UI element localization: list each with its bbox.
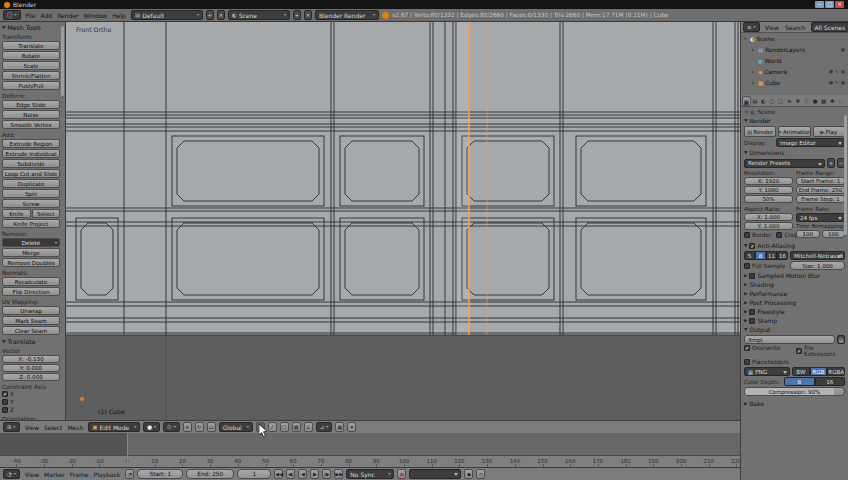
menu-outliner-view[interactable]: View bbox=[763, 24, 781, 31]
expander-icon[interactable]: ▸ bbox=[752, 69, 756, 74]
scene-selector[interactable]: ◐ Scene ▾ bbox=[228, 10, 290, 20]
bake-panel-header[interactable]: ▶ Bake bbox=[744, 400, 845, 407]
output-path-field[interactable]: /tmp\ bbox=[744, 335, 835, 344]
translate-panel-header[interactable]: ▼ Translate bbox=[2, 338, 60, 345]
anti-aliasing-panel-header[interactable]: ▼ ✓ Anti-Aliasing bbox=[744, 242, 845, 249]
tool-button-edge-slide[interactable]: Edge Slide bbox=[2, 100, 60, 109]
color-depth-16-button[interactable]: 16 bbox=[815, 377, 846, 386]
end-frame-field[interactable]: End: 250 bbox=[186, 469, 234, 479]
overwrite-checkbox[interactable]: ✓ bbox=[744, 345, 750, 351]
outliner-item-scene[interactable]: ▾◐Scene bbox=[741, 33, 848, 44]
tool-button-remove-doubles[interactable]: Remove Doubles bbox=[2, 258, 60, 267]
tool-button-merge[interactable]: Merge bbox=[2, 248, 60, 257]
aa-size-slider[interactable]: Size: 1.000 bbox=[790, 261, 845, 270]
properties-tab-modifiers[interactable]: ✚ bbox=[794, 96, 803, 106]
menu-info-file[interactable]: File bbox=[24, 12, 38, 19]
outliner-display-mode-selector[interactable]: All Scenes bbox=[811, 22, 848, 32]
snap-element-selector[interactable]: ⊿▾ bbox=[316, 422, 333, 432]
resolution-x-field[interactable]: X: 1920 bbox=[744, 177, 793, 185]
display-mode-dropdown[interactable]: Image Editor bbox=[776, 138, 845, 147]
menu-view3d-mesh[interactable]: Mesh bbox=[65, 424, 85, 431]
tool-button-noise[interactable]: Noise bbox=[2, 110, 60, 119]
menu-view3d-view[interactable]: View bbox=[23, 424, 41, 431]
opengl-render-icon[interactable]: ▦ bbox=[335, 422, 344, 432]
menu-info-add[interactable]: Add bbox=[39, 12, 55, 19]
transform-orientation-selector[interactable]: Global ▾ bbox=[219, 422, 253, 432]
placeholders-checkbox[interactable] bbox=[744, 359, 750, 365]
tool-button-unwrap[interactable]: Unwrap bbox=[2, 306, 60, 315]
menu-timeline-view[interactable]: View bbox=[23, 471, 41, 478]
timeline-ruler[interactable]: -40-30-20-100102030405060708090100110120… bbox=[0, 455, 740, 467]
properties-tab-constraints[interactable]: ≡ bbox=[785, 96, 794, 106]
axis-x-checkbox[interactable]: ✓ bbox=[2, 391, 8, 397]
tool-button-loop-cut-and-slide[interactable]: Loop Cut and Slide bbox=[2, 169, 60, 178]
render-toggle-icon[interactable]: ▣ bbox=[841, 80, 845, 85]
viewport-3d[interactable]: Front Ortho (1) Cube bbox=[66, 22, 740, 420]
aa-samples-16-button[interactable]: 16 bbox=[777, 251, 788, 260]
eye-toggle-icon[interactable]: ● bbox=[829, 80, 833, 85]
render-engine-selector[interactable]: Blender Render ▾ bbox=[315, 10, 379, 20]
properties-tab-object-data[interactable]: ▽ bbox=[802, 96, 811, 106]
sampled-motion-blur-panel-header[interactable]: ▶Sampled Motion Blur bbox=[744, 272, 845, 279]
vector-field-0[interactable]: X: -0.150 bbox=[2, 355, 60, 363]
menu-outliner-search[interactable]: Search bbox=[783, 24, 808, 31]
outliner-item-renderlayers[interactable]: ▸▤RenderLayers▣ bbox=[741, 44, 848, 55]
minimize-button[interactable]: — bbox=[815, 1, 824, 8]
properties-scrollbar[interactable] bbox=[844, 115, 847, 235]
crop-checkbox[interactable] bbox=[776, 232, 782, 238]
editor-type-selector[interactable]: ⓘ▾ bbox=[3, 10, 21, 20]
resolution-y-field[interactable]: Y: 1080 bbox=[744, 186, 793, 194]
start-frame-field[interactable]: Start: 1 bbox=[137, 469, 183, 479]
tool-button-rotate[interactable]: Rotate bbox=[2, 51, 60, 60]
tool-button-shrink-flatten[interactable]: Shrink/Flatten bbox=[2, 71, 60, 80]
vector-field-2[interactable]: Z: 0.000 bbox=[2, 373, 60, 381]
properties-tab-texture[interactable]: ▩ bbox=[819, 96, 828, 106]
expander-icon[interactable]: ▸ bbox=[752, 80, 756, 85]
properties-tab-scene[interactable]: ◐ bbox=[759, 96, 768, 106]
play-button[interactable]: ▶ bbox=[310, 469, 319, 479]
performance-panel-header[interactable]: ▶Performance bbox=[744, 290, 845, 297]
manipulator-translate-icon[interactable]: ✛ bbox=[183, 422, 192, 432]
delete-layout-button[interactable]: ✕ bbox=[217, 10, 225, 20]
aspect-x-field[interactable]: X: 1.000 bbox=[744, 213, 793, 221]
jump-next-keyframe-button[interactable]: |▶ bbox=[322, 469, 331, 479]
aa-samples-8-button[interactable]: 8 bbox=[755, 251, 766, 260]
fps-dropdown[interactable]: 24 fps bbox=[796, 213, 845, 222]
compression-slider[interactable]: Compression: 90% bbox=[744, 387, 845, 396]
delete-scene-button[interactable]: ✕ bbox=[304, 10, 312, 20]
editor-type-selector[interactable]: ⊞▾ bbox=[3, 422, 20, 432]
tool-button-knife-project[interactable]: Knife Project bbox=[2, 219, 60, 228]
add-preset-button[interactable]: + bbox=[827, 158, 835, 168]
tool-button-scale[interactable]: Scale bbox=[2, 61, 60, 70]
close-button[interactable]: ✕ bbox=[835, 1, 844, 8]
anti-aliasing-checkbox[interactable]: ✓ bbox=[749, 243, 755, 249]
select-toggle-icon[interactable]: ↖ bbox=[835, 80, 839, 85]
tool-button-subdivide[interactable]: Subdivide bbox=[2, 159, 60, 168]
properties-tab-world[interactable]: ○ bbox=[768, 96, 777, 106]
manipulator-rotate-icon[interactable]: ↻ bbox=[195, 422, 204, 432]
stamp-panel-header[interactable]: ▶Stamp bbox=[744, 317, 845, 324]
axis-y-checkbox[interactable] bbox=[2, 399, 8, 405]
file-format-dropdown[interactable]: ▦PNG bbox=[744, 367, 790, 376]
opengl-render-anim-icon[interactable]: ✦ bbox=[347, 422, 356, 432]
tool-button-push-pull[interactable]: Push/Pull bbox=[2, 81, 60, 90]
tool-button-extrude-region[interactable]: Extrude Region bbox=[2, 139, 60, 148]
jump-prev-keyframe-button[interactable]: ◀| bbox=[286, 469, 295, 479]
face-select-icon[interactable]: ▢ bbox=[280, 422, 289, 432]
current-frame-field[interactable]: 1 bbox=[237, 469, 271, 479]
jump-to-end-button[interactable]: ▶▶ bbox=[334, 469, 343, 479]
axis-z-checkbox[interactable] bbox=[2, 407, 8, 413]
properties-tab-object[interactable]: ▢ bbox=[776, 96, 785, 106]
keying-set-dropdown[interactable] bbox=[409, 469, 461, 479]
delete-keyframe-icon[interactable]: ◇ bbox=[476, 469, 485, 479]
file-extensions-checkbox[interactable]: ✓ bbox=[796, 348, 802, 354]
render-play-button[interactable]: ▶Play bbox=[813, 126, 845, 137]
menu-info-window[interactable]: Window bbox=[82, 12, 110, 19]
timeline-canvas[interactable] bbox=[0, 433, 740, 455]
vector-field-1[interactable]: Y: 0.000 bbox=[2, 364, 60, 372]
border-checkbox[interactable] bbox=[744, 232, 750, 238]
editor-type-selector[interactable]: ◔▾ bbox=[3, 469, 20, 479]
menu-timeline-playback[interactable]: Playback bbox=[92, 471, 123, 478]
freestyle-checkbox[interactable] bbox=[749, 309, 755, 315]
render-toggle-icon[interactable]: ▣ bbox=[841, 69, 845, 74]
